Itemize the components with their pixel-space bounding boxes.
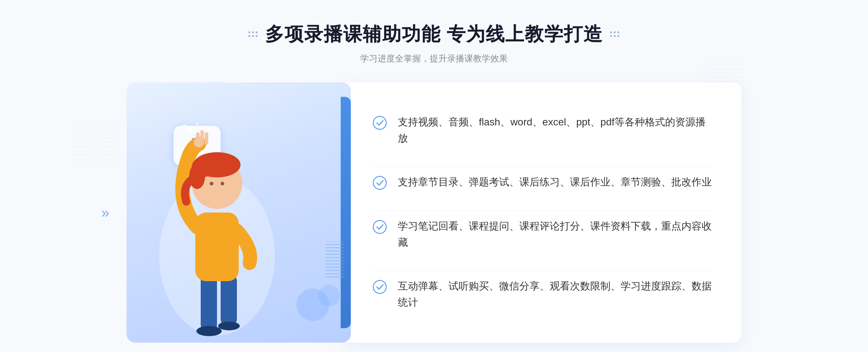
svg-rect-15 xyxy=(205,132,208,145)
feature-text-3: 学习笔记回看、课程提问、课程评论打分、课件资料下载，重点内容收藏 xyxy=(398,218,712,251)
svg-point-19 xyxy=(373,116,386,129)
svg-point-22 xyxy=(373,280,386,293)
header-section: 多项录播课辅助功能 专为线上教学打造 学习进度全掌握，提升录播课教学效果 xyxy=(248,0,620,64)
feature-text-1: 支持视频、音频、flash、word、excel、ppt、pdf等各种格式的资源… xyxy=(398,114,712,147)
header-title-row: 多项录播课辅助功能 专为线上教学打造 xyxy=(248,22,620,47)
person-illustration xyxy=(145,111,289,343)
svg-rect-13 xyxy=(196,132,200,145)
feature-item-4: 互动弹幕、试听购买、微信分享、观看次数限制、学习进度跟踪、数据统计 xyxy=(373,271,712,318)
svg-point-21 xyxy=(373,220,386,233)
dot-pattern-left xyxy=(72,123,116,166)
illustration-container xyxy=(127,82,351,343)
svg-point-17 xyxy=(183,124,186,127)
check-icon-3 xyxy=(373,220,387,234)
feature-text-2: 支持章节目录、弹题考试、课后练习、课后作业、章节测验、批改作业 xyxy=(398,174,712,190)
feature-item-1: 支持视频、音频、flash、word、excel、ppt、pdf等各种格式的资源… xyxy=(373,107,712,154)
feature-item-3: 学习笔记回看、课程提问、课程评论打分、课件资料下载，重点内容收藏 xyxy=(373,211,712,258)
svg-point-4 xyxy=(218,322,240,330)
feature-item-2: 支持章节目录、弹题考试、课后练习、课后作业、章节测验、批改作业 xyxy=(373,167,712,198)
svg-rect-2 xyxy=(221,274,237,326)
illustration-inner xyxy=(127,82,351,343)
stripes-decoration xyxy=(326,241,344,278)
svg-point-3 xyxy=(196,326,222,336)
svg-point-16 xyxy=(188,129,192,133)
chevron-left-icon: » xyxy=(101,205,109,221)
svg-point-10 xyxy=(210,182,213,185)
check-icon-1 xyxy=(373,116,387,130)
deco-dots-right xyxy=(610,31,620,37)
svg-point-20 xyxy=(373,176,386,189)
circle-decoration-2 xyxy=(318,285,340,306)
deco-dots-left xyxy=(248,31,258,37)
svg-point-18 xyxy=(196,123,198,125)
features-panel: 支持视频、音频、flash、word、excel、ppt、pdf等各种格式的资源… xyxy=(344,82,741,343)
page-subtitle: 学习进度全掌握，提升录播课教学效果 xyxy=(248,53,620,64)
check-icon-2 xyxy=(373,176,387,190)
page-title: 多项录播课辅助功能 专为线上教学打造 xyxy=(265,22,603,47)
feature-text-4: 互动弹幕、试听购买、微信分享、观看次数限制、学习进度跟踪、数据统计 xyxy=(398,278,712,311)
content-area: » xyxy=(127,82,741,343)
svg-rect-1 xyxy=(201,274,217,332)
check-icon-4 xyxy=(373,280,387,294)
svg-point-11 xyxy=(221,182,224,185)
page-container: 多项录播课辅助功能 专为线上教学打造 学习进度全掌握，提升录播课教学效果 » xyxy=(0,0,868,352)
blue-bar xyxy=(341,97,351,328)
svg-rect-14 xyxy=(200,130,204,145)
